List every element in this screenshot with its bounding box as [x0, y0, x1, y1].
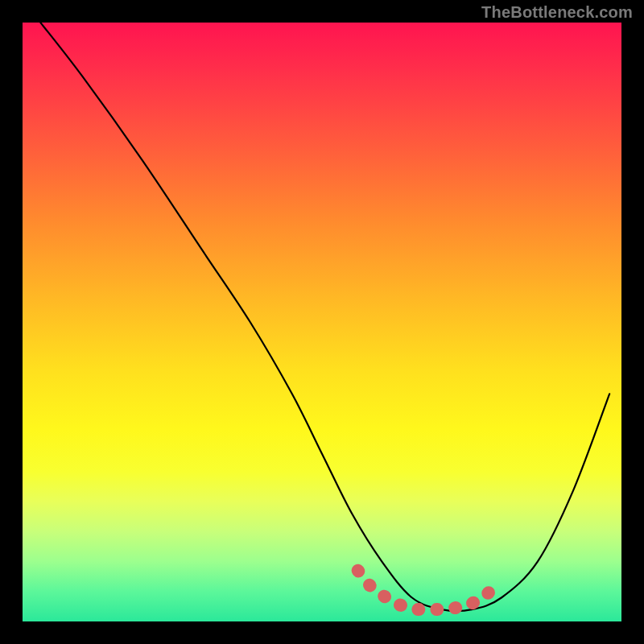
- optimal-range-markers: [358, 571, 496, 609]
- plot-area: [23, 23, 621, 621]
- chart-overlay-svg: [23, 23, 621, 621]
- chart-frame: TheBottleneck.com: [0, 0, 644, 644]
- watermark-text: TheBottleneck.com: [481, 3, 633, 22]
- bottleneck-curve-line: [40, 23, 609, 611]
